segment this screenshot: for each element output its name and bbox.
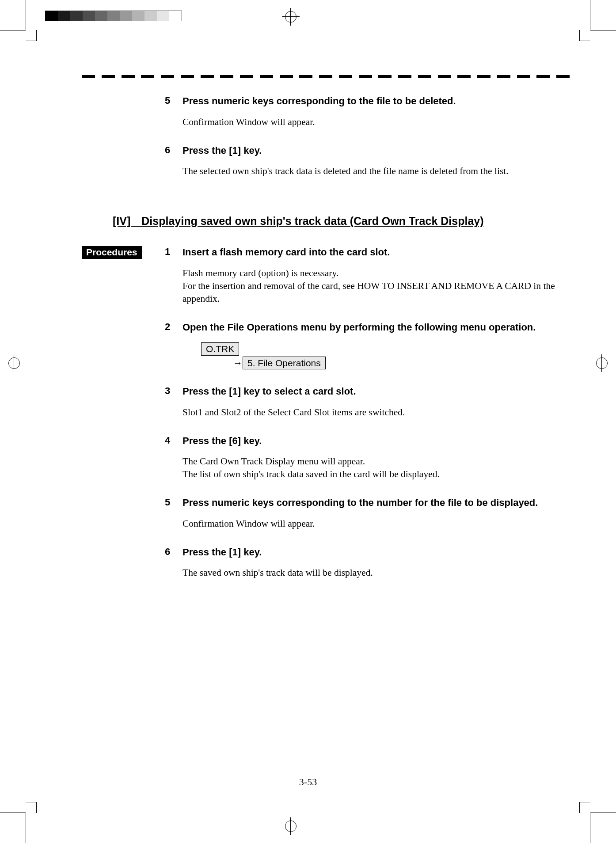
step-row: 6Press the [1] key.The selected own ship…	[82, 144, 570, 189]
step-number: 6	[165, 144, 183, 189]
menu-box-root: O.TRK	[201, 342, 239, 355]
crop-mark	[590, 813, 590, 843]
step-title: Press the [1] key to select a card slot.	[183, 385, 570, 398]
step-title: Insert a flash memory card into the card…	[183, 246, 570, 259]
registration-mark-icon	[593, 354, 611, 372]
step-title: Open the File Operations menu by perform…	[183, 321, 570, 334]
registration-mark-icon	[5, 354, 23, 372]
step-body: The selected own ship's track data is de…	[183, 165, 570, 178]
step-row: 2Open the File Operations menu by perfor…	[82, 321, 570, 380]
step-number: 2	[165, 321, 183, 380]
step-row: 3Press the [1] key to select a card slot…	[82, 385, 570, 429]
menu-box-child: 5. File Operations	[243, 357, 326, 369]
step-number: 5	[165, 95, 183, 139]
step-body: Confirmation Window will appear.	[183, 116, 570, 129]
step-row: 5Press numeric keys corresponding to the…	[82, 497, 570, 541]
step-body: Slot1 and Slot2 of the Select Card Slot …	[183, 406, 570, 419]
crop-mark	[26, 813, 26, 843]
step-title: Press the [1] key.	[183, 546, 570, 559]
step-body: The saved own ship's track data will be …	[183, 566, 570, 579]
step-number: 4	[165, 435, 183, 492]
crop-mark	[26, 0, 26, 30]
procedures-badge: Procedures	[82, 246, 142, 259]
crop-mark	[579, 802, 590, 813]
step-number: 1	[165, 246, 183, 316]
crop-mark	[0, 30, 26, 30]
crop-mark	[26, 30, 37, 41]
step-number: 6	[165, 546, 183, 590]
step-row: 4Press the [6] key.The Card Own Track Di…	[82, 435, 570, 492]
crop-mark	[590, 0, 590, 30]
step-row: 6Press the [1] key.The saved own ship's …	[82, 546, 570, 590]
crop-mark	[26, 802, 37, 813]
page-number: 3-53	[0, 776, 616, 788]
step-title: Press the [6] key.	[183, 435, 570, 448]
step-row: Procedures1Insert a flash memory card in…	[82, 246, 570, 316]
section-heading: [IV] Displaying saved own ship's track d…	[113, 215, 570, 228]
step-title: Press numeric keys corresponding to the …	[183, 497, 570, 509]
step-body: Flash memory card (option) is necessary.…	[183, 267, 570, 305]
registration-mark-icon	[282, 8, 300, 26]
step-title: Press numeric keys corresponding to the …	[183, 95, 570, 108]
crop-mark	[0, 813, 26, 813]
page-content: 5Press numeric keys corresponding to the…	[82, 95, 570, 596]
step-title: Press the [1] key.	[183, 144, 570, 157]
step-row: 5Press numeric keys corresponding to the…	[82, 95, 570, 139]
step-body: The Card Own Track Display menu will app…	[183, 455, 570, 481]
step-body: Confirmation Window will appear.	[183, 517, 570, 530]
menu-path: O.TRK→5. File Operations	[201, 342, 570, 369]
crop-mark	[590, 30, 616, 30]
step-number: 5	[165, 497, 183, 541]
dashed-divider	[82, 75, 570, 80]
grayscale-calibration-strip	[45, 11, 182, 21]
crop-mark	[579, 30, 590, 41]
crop-mark	[590, 813, 616, 813]
step-number: 3	[165, 385, 183, 429]
registration-mark-icon	[282, 817, 300, 835]
